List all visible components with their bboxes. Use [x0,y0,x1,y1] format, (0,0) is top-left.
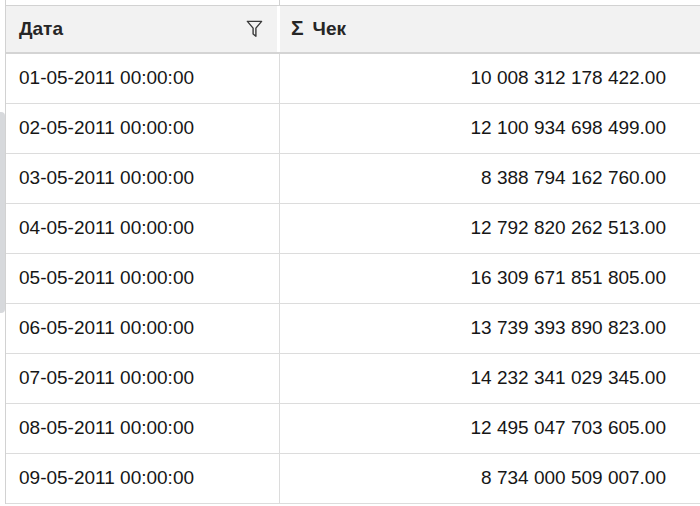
value-cell[interactable]: 8 388 794 162 760.00 [280,154,700,203]
vertical-scrollbar[interactable] [0,0,5,506]
value-text: 8 388 794 162 760.00 [481,167,666,189]
data-table: Дата Σ Чек 01-05-2011 00:00:00 10 008 31… [5,0,700,504]
date-text: 06-05-2011 00:00:00 [19,317,194,339]
date-text: 02-05-2011 00:00:00 [19,117,194,139]
value-cell[interactable]: 14 232 341 029 345.00 [280,354,700,403]
table-row: 04-05-2011 00:00:00 12 792 820 262 513.0… [6,204,700,254]
clipped-row-above [6,0,700,5]
table-row: 06-05-2011 00:00:00 13 739 393 890 823.0… [6,304,700,354]
value-cell[interactable]: 12 100 934 698 499.00 [280,104,700,153]
date-cell[interactable]: 04-05-2011 00:00:00 [6,204,280,253]
sum-sigma-icon: Σ [291,17,304,38]
date-text: 04-05-2011 00:00:00 [19,217,194,239]
clipped-value-cell [280,0,700,5]
value-text: 8 734 000 509 007.00 [481,467,666,489]
column-header-sum[interactable]: Σ Чек [280,6,700,52]
table-row: 07-05-2011 00:00:00 14 232 341 029 345.0… [6,354,700,404]
date-text: 01-05-2011 00:00:00 [19,67,194,89]
value-text: 12 495 047 703 605.00 [471,417,666,439]
table-row: 09-05-2011 00:00:00 8 734 000 509 007.00 [6,454,700,504]
value-cell[interactable]: 16 309 671 851 805.00 [280,254,700,303]
date-text: 07-05-2011 00:00:00 [19,367,194,389]
table-body: 01-05-2011 00:00:00 10 008 312 178 422.0… [6,54,700,504]
clipped-date-cell [6,0,280,5]
date-text: 09-05-2011 00:00:00 [19,467,194,489]
table-header-row: Дата Σ Чек [6,5,700,54]
date-cell[interactable]: 02-05-2011 00:00:00 [6,104,280,153]
column-header-date-label: Дата [19,18,63,40]
table-row: 05-05-2011 00:00:00 16 309 671 851 805.0… [6,254,700,304]
date-cell[interactable]: 05-05-2011 00:00:00 [6,254,280,303]
table-row: 02-05-2011 00:00:00 12 100 934 698 499.0… [6,104,700,154]
scrollbar-thumb[interactable] [0,112,5,313]
table-row: 01-05-2011 00:00:00 10 008 312 178 422.0… [6,54,700,104]
date-text: 03-05-2011 00:00:00 [19,167,194,189]
value-cell[interactable]: 8 734 000 509 007.00 [280,454,700,503]
value-cell[interactable]: 10 008 312 178 422.00 [280,54,700,103]
filter-icon[interactable] [246,20,263,38]
value-text: 12 792 820 262 513.00 [471,217,666,239]
date-cell[interactable]: 08-05-2011 00:00:00 [6,404,280,453]
value-cell[interactable]: 12 495 047 703 605.00 [280,404,700,453]
table-row: 03-05-2011 00:00:00 8 388 794 162 760.00 [6,154,700,204]
column-header-date[interactable]: Дата [6,6,280,52]
table-row: 08-05-2011 00:00:00 12 495 047 703 605.0… [6,404,700,454]
date-cell[interactable]: 06-05-2011 00:00:00 [6,304,280,353]
date-cell[interactable]: 09-05-2011 00:00:00 [6,454,280,503]
value-cell[interactable]: 12 792 820 262 513.00 [280,204,700,253]
date-cell[interactable]: 01-05-2011 00:00:00 [6,54,280,103]
value-cell[interactable]: 13 739 393 890 823.00 [280,304,700,353]
date-cell[interactable]: 07-05-2011 00:00:00 [6,354,280,403]
date-text: 05-05-2011 00:00:00 [19,267,194,289]
value-text: 14 232 341 029 345.00 [471,367,666,389]
column-header-sum-label: Чек [313,18,346,40]
value-text: 12 100 934 698 499.00 [471,117,666,139]
date-cell[interactable]: 03-05-2011 00:00:00 [6,154,280,203]
value-text: 13 739 393 890 823.00 [471,317,666,339]
value-text: 10 008 312 178 422.00 [471,67,666,89]
value-text: 16 309 671 851 805.00 [471,267,666,289]
date-text: 08-05-2011 00:00:00 [19,417,194,439]
